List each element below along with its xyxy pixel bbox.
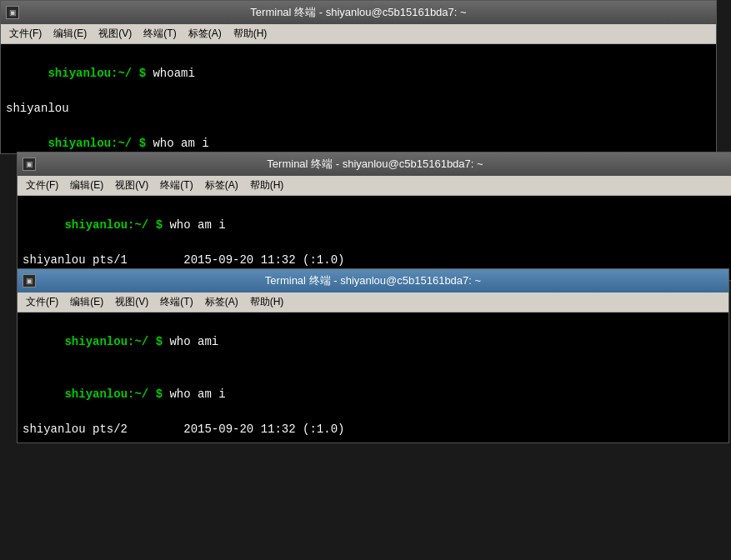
menu-terminal-3[interactable]: 终端(T) [155,293,198,311]
window-icon-1: ▣ [6,6,19,19]
window-icon-3: ▣ [23,274,36,288]
menu-help-3[interactable]: 帮助(H) [245,293,289,311]
terminal-line: shiyanlou:~/ $ [23,438,723,442]
terminal-line: shiyanlou [6,100,711,118]
terminal-line: shiyanlou pts/2 2015-09-20 11:32 (:1.0) [23,421,723,438]
terminal-content-3[interactable]: shiyanlou:~/ $ who ami shiyanlou:~/ $ wh… [18,312,728,442]
terminal-line: shiyanlou:~/ $ who am i [23,368,723,421]
menu-terminal-1[interactable]: 终端(T) [138,25,181,42]
menu-edit-2[interactable]: 编辑(E) [65,177,108,194]
menu-help-1[interactable]: 帮助(H) [228,25,273,42]
window-icon-2: ▣ [23,158,36,171]
window-title-2: Terminal 终端 - shiyanlou@c5b15161bda7: ~ [267,157,483,172]
window-title-3: Terminal 终端 - shiyanlou@c5b15161bda7: ~ [265,273,481,288]
menu-edit-1[interactable]: 编辑(E) [48,25,92,42]
terminal-line: shiyanlou pts/1 2015-09-20 11:32 (:1.0) [23,252,728,269]
menu-tabs-2[interactable]: 标签(A) [200,177,243,194]
terminal-line: shiyanlou:~/ $ whoami [6,48,711,100]
menu-help-2[interactable]: 帮助(H) [245,177,289,194]
terminal-line: shiyanlou:~/ $ who ami [23,316,723,368]
menu-view-3[interactable]: 视图(V) [110,293,153,311]
terminal-content-2: shiyanlou:~/ $ who am i shiyanlou pts/1 … [18,196,731,280]
menu-tabs-3[interactable]: 标签(A) [200,293,243,311]
menu-bar-2: 文件(F) 编辑(E) 视图(V) 终端(T) 标签(A) 帮助(H) [18,176,731,196]
terminal-window-2: ▣ Terminal 终端 - shiyanlou@c5b15161bda7: … [17,152,731,281]
title-bar-2: ▣ Terminal 终端 - shiyanlou@c5b15161bda7: … [18,152,731,176]
menu-file-3[interactable]: 文件(F) [21,293,63,311]
title-bar-3: ▣ Terminal 终端 - shiyanlou@c5b15161bda7: … [18,269,728,292]
menu-file-1[interactable]: 文件(F) [4,25,47,42]
terminal-content-1: shiyanlou:~/ $ whoami shiyanlou shiyanlo… [1,44,716,153]
window-title-1: Terminal 终端 - shiyanlou@c5b15161bda7: ~ [250,5,466,20]
menu-view-2[interactable]: 视图(V) [110,177,153,194]
menu-file-2[interactable]: 文件(F) [21,177,63,194]
menu-bar-3: 文件(F) 编辑(E) 视图(V) 终端(T) 标签(A) 帮助(H) [18,292,728,312]
menu-terminal-2[interactable]: 终端(T) [155,177,198,194]
terminal-window-1: ▣ Terminal 终端 - shiyanlou@c5b15161bda7: … [0,0,717,154]
terminal-line: shiyanlou:~/ $ who am i [6,118,711,153]
terminal-line: shiyanlou:~/ $ who am i [23,199,728,252]
terminal-window-3: ▣ Terminal 终端 - shiyanlou@c5b15161bda7: … [17,268,729,443]
menu-bar-1: 文件(F) 编辑(E) 视图(V) 终端(T) 标签(A) 帮助(H) [1,24,716,44]
menu-edit-3[interactable]: 编辑(E) [65,293,108,311]
menu-tabs-1[interactable]: 标签(A) [183,25,227,42]
menu-view-1[interactable]: 视图(V) [93,25,137,42]
title-bar-1: ▣ Terminal 终端 - shiyanlou@c5b15161bda7: … [1,1,716,24]
